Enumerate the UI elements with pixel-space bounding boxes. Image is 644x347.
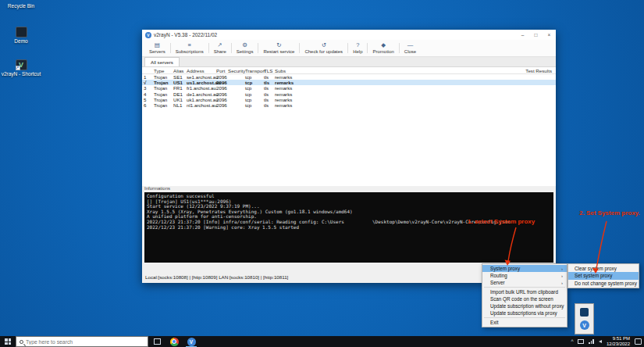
menu-item-clear-system-proxy[interactable]: Clear system proxy xyxy=(568,265,639,272)
servers-icon: ▤ xyxy=(155,42,160,48)
menu-item-routing[interactable]: Routing › xyxy=(482,272,567,279)
toolbar-label: Close xyxy=(404,49,416,54)
menu-item-scan-qr-code[interactable]: Scan QR code on the screen xyxy=(482,295,567,302)
col-transport: Transport xyxy=(245,68,264,73)
col-port: Port xyxy=(216,68,228,73)
cell-alias: UK1 xyxy=(173,97,187,102)
taskbar-search[interactable] xyxy=(16,336,148,347)
task-view-icon xyxy=(154,338,161,345)
cell-alias: NL1 xyxy=(173,102,187,108)
menu-item-do-not-change-system-proxy[interactable]: Do not change system proxy xyxy=(568,280,639,287)
chrome-icon xyxy=(170,338,179,346)
main-toolbar: ▤ Servers ≡ Subscriptions ↗ Share ⚙ Sett… xyxy=(142,40,556,57)
cell-tls: tls xyxy=(264,97,275,102)
v2rayn-tray-icon[interactable]: V xyxy=(580,320,589,330)
toolbar-servers[interactable]: ▤ Servers xyxy=(145,40,169,56)
desktop-icon-recycle-bin[interactable]: ♻ Recycle Bin xyxy=(0,0,42,9)
action-center-icon[interactable] xyxy=(635,338,642,345)
menu-item-set-system-proxy[interactable]: Set system proxy xyxy=(568,272,639,279)
display-tray-icon[interactable] xyxy=(578,339,584,344)
toolbar-close[interactable]: — Close xyxy=(400,40,420,56)
toolbar-restart-service[interactable]: ↻ Restart service xyxy=(259,40,298,56)
menu-item-system-proxy[interactable]: System proxy › xyxy=(482,265,567,272)
window-title: v2rayN - V5.38 - 2022/11/02 xyxy=(154,32,217,38)
toolbar-separator xyxy=(347,43,348,53)
toolbar-promotion[interactable]: ◆ Promotion xyxy=(368,40,397,56)
menu-label: Update subscriptions via proxy xyxy=(490,310,557,316)
cell-tls: tls xyxy=(264,85,275,91)
taskbar-v2rayn-button[interactable]: V xyxy=(183,336,200,347)
menu-separator xyxy=(484,287,565,288)
toolbar-label: Promotion xyxy=(372,49,393,54)
col-address: Address xyxy=(187,68,216,73)
taskbar-chrome-button[interactable] xyxy=(165,336,183,347)
cell-transport: tcp xyxy=(245,97,264,102)
toolbar-label: Subscriptions xyxy=(176,49,204,54)
clock-time: 9:51 PM xyxy=(613,336,630,342)
tab-all-servers[interactable]: All servers xyxy=(144,57,180,66)
toolbar-settings[interactable]: ⚙ Settings xyxy=(233,40,258,56)
cell-transport: tcp xyxy=(245,91,264,97)
cell-port: 2096 xyxy=(216,91,228,97)
menu-label: Import bulk URL from clipboard xyxy=(490,289,558,295)
cell-address: nl1.archost.au xyxy=(187,102,216,108)
menu-item-server[interactable]: Server › xyxy=(482,279,567,286)
start-button[interactable] xyxy=(0,336,16,347)
windows-logo-icon xyxy=(5,338,11,345)
cell-subs: remarks xyxy=(275,91,295,97)
toolbar-help[interactable]: ? Help xyxy=(349,40,366,56)
v2rayn-shortcut-icon: V ↗ xyxy=(16,59,27,70)
update-icon: ↺ xyxy=(322,42,326,48)
desktop-icon-demo[interactable]: Demo xyxy=(0,27,42,44)
cell-type: Trojan xyxy=(154,80,173,85)
tray-app-icon[interactable] xyxy=(580,308,589,317)
cell-transport: tcp xyxy=(245,80,264,85)
menu-label: Routing xyxy=(490,273,507,278)
cell-subs: remarks xyxy=(275,80,295,85)
cell-type: Trojan xyxy=(154,97,173,102)
volume-tray-icon[interactable] xyxy=(599,340,602,343)
v2rayn-app-icon: V xyxy=(145,32,151,38)
table-row[interactable]: 6 Trojan NL1 nl1.archost.au 2096 tcp tls… xyxy=(142,102,556,108)
tray-expand-chevron-icon[interactable]: ^ xyxy=(571,339,573,344)
menu-item-exit[interactable]: Exit xyxy=(482,319,567,326)
toolbar-check-for-updates[interactable]: ↺ Check for updates xyxy=(301,40,347,56)
table-row-selected[interactable]: √ Trojan US1 us1.archost.au 2096 tcp tls… xyxy=(142,80,556,85)
toolbar-share[interactable]: ↗ Share xyxy=(210,40,230,56)
shortcut-arrow-icon: ↗ xyxy=(16,66,20,70)
table-row[interactable]: 1 Trojan SE1 se1.archost.au 2096 tcp tls… xyxy=(142,74,556,80)
menu-item-update-subscriptions-via-proxy[interactable]: Update subscriptions via proxy xyxy=(482,309,567,317)
cell-address: fr1.archost.au xyxy=(187,85,216,91)
minimize-to-tray-icon: — xyxy=(407,42,414,48)
search-input[interactable] xyxy=(26,339,144,345)
cell-type: Trojan xyxy=(154,74,173,80)
table-row[interactable]: 3 Trojan FR1 fr1.archost.au 2096 tcp tls… xyxy=(142,85,556,91)
promotion-icon: ◆ xyxy=(381,42,386,48)
cell-address: se1.archost.au xyxy=(187,74,216,80)
server-table: Type Alias Address Port Security Transpo… xyxy=(142,67,556,186)
menu-label: Server xyxy=(490,280,505,285)
taskbar-clock[interactable]: 9:51 PM 12/23/2022 xyxy=(607,336,630,347)
menu-item-update-subscription-without-proxy[interactable]: Update subscription without proxy xyxy=(482,302,567,309)
network-tray-icon[interactable] xyxy=(589,339,594,344)
toolbar-subscriptions[interactable]: ≡ Subscriptions xyxy=(172,40,208,56)
minimize-button[interactable]: – xyxy=(516,30,529,40)
table-row[interactable]: 4 Trojan DE1 de1.archost.au 2096 tcp tls… xyxy=(142,91,556,97)
menu-item-import-bulk-url[interactable]: Import bulk URL from clipboard xyxy=(482,288,567,295)
table-header[interactable]: Type Alias Address Port Security Transpo… xyxy=(142,67,556,74)
cell-num: 5 xyxy=(144,97,154,102)
table-row[interactable]: 5 Trojan UK1 uk1.archost.au 2096 tcp tls… xyxy=(142,97,556,102)
toolbar-separator xyxy=(399,43,400,53)
toolbar-label: Servers xyxy=(149,49,165,54)
restart-icon: ↻ xyxy=(276,42,281,48)
cell-alias: US1 xyxy=(173,80,187,85)
window-titlebar[interactable]: V v2rayN - V5.38 - 2022/11/02 – □ × xyxy=(142,30,556,40)
close-button[interactable]: × xyxy=(543,30,556,40)
toolbar-label: Settings xyxy=(237,49,254,54)
gear-icon: ⚙ xyxy=(242,42,247,48)
cell-transport: tcp xyxy=(245,74,264,80)
maximize-button[interactable]: □ xyxy=(529,30,543,40)
task-view-button[interactable] xyxy=(148,336,165,347)
desktop-icon-v2rayn-shortcut[interactable]: V ↗ v2rayN - Shortcut xyxy=(0,59,42,77)
cell-address: de1.archost.au xyxy=(187,91,216,97)
